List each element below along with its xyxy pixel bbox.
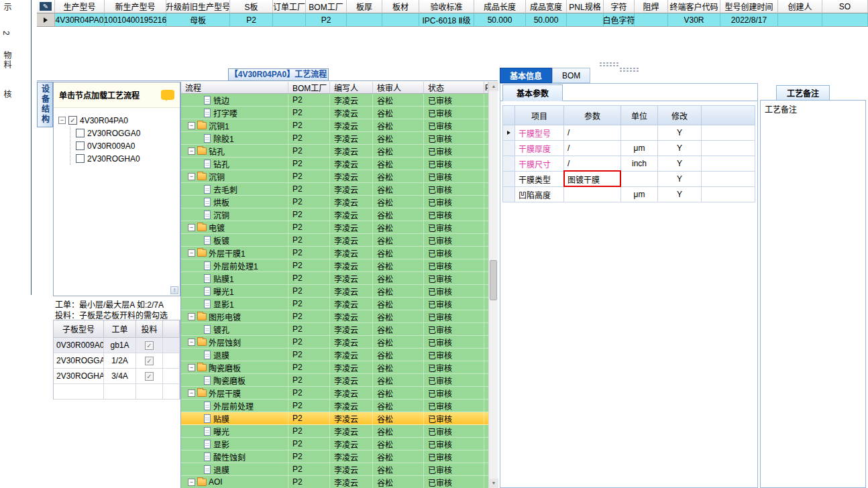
sidebar-tab-fragment[interactable]: 核	[1, 90, 13, 99]
column-header[interactable]: SO	[822, 0, 868, 13]
unit-cell[interactable]: inch	[621, 156, 658, 172]
resize-handle[interactable]: ↕	[170, 286, 178, 294]
process-row[interactable]: −外层干膜P2李凌云谷松已审核	[181, 387, 488, 400]
column-header[interactable]: 项目	[515, 105, 564, 125]
checkbox-icon[interactable]	[76, 154, 85, 163]
sidebar-tab-fragment[interactable]: 2	[1, 31, 11, 37]
column-header[interactable]: 成品宽度	[526, 0, 567, 13]
grid-cell[interactable]: IPC-6018 Ⅱ级	[419, 13, 474, 27]
grid-cell[interactable]: P2	[230, 13, 273, 27]
unit-cell[interactable]: μm	[621, 141, 658, 156]
splitter-grip[interactable]	[619, 67, 639, 72]
column-header[interactable]: 字符	[604, 0, 635, 13]
scroll-up-button[interactable]: ▲	[489, 82, 498, 91]
workorder-cell[interactable]: 3/4A	[104, 369, 136, 384]
tree-node[interactable]: 0V30R009A0	[76, 139, 177, 152]
grid-cell[interactable]: 母板	[166, 13, 230, 27]
param-value-cell[interactable]: /	[564, 141, 621, 156]
collapse-icon[interactable]: −	[58, 117, 66, 124]
tab-process-notes[interactable]: 工艺备注	[776, 85, 830, 101]
param-item-cell[interactable]: 干膜厚度	[515, 141, 564, 156]
process-row[interactable]: 曝光P2李凌云谷松已审核	[181, 425, 488, 438]
process-row[interactable]: −图形电镀P2李凌云谷松已审核	[181, 310, 488, 323]
column-header[interactable]: BOM工厂	[288, 82, 330, 93]
tab-basic-params[interactable]: 基本参数	[502, 84, 563, 101]
column-header[interactable]: 修改	[658, 105, 702, 125]
modify-cell[interactable]: Y	[658, 187, 702, 202]
process-row[interactable]: 外层前处理P2李凌云谷松已审核	[181, 400, 488, 412]
process-row[interactable]: 镀孔P2李凌云谷松已审核	[181, 323, 488, 336]
grid-cell[interactable]: V30R	[668, 13, 720, 27]
column-header[interactable]: 板厚	[347, 0, 382, 13]
checkbox-checked-icon[interactable]: ✓	[145, 372, 154, 381]
param-item-cell[interactable]: 凹陷高度	[515, 187, 564, 202]
collapse-icon[interactable]: −	[188, 147, 195, 155]
column-header[interactable]: 生产型号	[55, 0, 105, 13]
feed-cell[interactable]: ✓	[136, 338, 163, 353]
column-header[interactable]: 编写人	[330, 82, 373, 93]
grid-cell[interactable]	[635, 13, 668, 27]
subboard-model-cell[interactable]: 0V30R009A0	[54, 338, 104, 353]
column-header[interactable]: 验收标准	[419, 0, 474, 13]
process-row[interactable]: 去毛刺P2李凌云谷松已审核	[181, 183, 488, 196]
scrollbar-thumb[interactable]	[490, 260, 497, 300]
param-row[interactable]: 干膜尺寸/inchY	[502, 156, 755, 172]
workorder-cell[interactable]: gb1A	[104, 338, 136, 353]
tree-node[interactable]: 2V30ROGHA0	[76, 152, 177, 165]
grid-cell[interactable]: 白色字符	[604, 13, 635, 27]
column-header[interactable]: 投料	[136, 320, 163, 338]
modify-cell[interactable]: Y	[658, 156, 702, 172]
checkbox-checked-icon[interactable]: ✓	[68, 116, 77, 125]
param-value-cell[interactable]: /	[564, 125, 621, 141]
modify-cell[interactable]: Y	[658, 141, 702, 156]
process-row[interactable]: 烘板P2李凌云谷松已审核	[181, 196, 488, 208]
column-header[interactable]: 终端客户代码	[668, 0, 720, 13]
grid-cell[interactable]: 2022/8/17	[720, 13, 778, 27]
table-row[interactable]: 2V30ROGGA01/2A✓	[54, 353, 180, 369]
param-row[interactable]: 凹陷高度μmY	[502, 187, 755, 202]
process-row[interactable]: 除胶1P2李凌云谷松已审核	[181, 132, 488, 145]
process-row[interactable]: −AOIP2李凌云谷松已审核	[181, 476, 488, 488]
param-value-cell[interactable]: /	[564, 156, 621, 172]
param-value-cell[interactable]	[564, 187, 621, 202]
tree-node[interactable]: 2V30ROGGA0	[76, 127, 177, 139]
grid-cell[interactable]	[567, 13, 604, 27]
collapse-icon[interactable]: −	[188, 224, 195, 231]
column-header[interactable]: 工单	[104, 320, 136, 338]
process-row[interactable]: 酸性蚀刻P2李凌云谷松已审核	[181, 450, 488, 463]
sidebar-tab-fragment[interactable]: 示	[1, 3, 13, 12]
grid-cell[interactable]	[822, 13, 868, 27]
param-row[interactable]: 干膜厚度/μmY	[502, 141, 755, 156]
unit-cell[interactable]	[621, 125, 658, 141]
subboard-model-cell[interactable]: 2V30ROGGA0	[54, 353, 104, 369]
grid-cell[interactable]: 4V30R04PA0	[55, 13, 105, 27]
process-row[interactable]: 钻孔P2李凌云谷松已审核	[181, 158, 488, 170]
modify-cell[interactable]: Y	[658, 172, 702, 187]
checkbox-icon[interactable]	[76, 129, 85, 137]
grid-cell[interactable]	[273, 13, 306, 27]
tab-equipment-structure[interactable]: 设备结构	[37, 82, 53, 127]
unit-cell[interactable]: μm	[621, 187, 658, 202]
workorder-cell[interactable]: 1/2A	[104, 353, 136, 369]
process-row[interactable]: 陶瓷磨板P2李凌云谷松已审核	[181, 374, 488, 387]
param-value-cell[interactable]: 图镀干膜	[564, 172, 621, 187]
process-row[interactable]: −陶瓷磨板P2李凌云谷松已审核	[181, 361, 488, 374]
column-header[interactable]: S板	[230, 0, 273, 13]
grid-cell[interactable]: 50.000	[526, 13, 567, 27]
process-row[interactable]: −沉铜P2李凌云谷松已审核	[181, 170, 488, 183]
column-header[interactable]: PNL规格	[567, 0, 604, 13]
process-row[interactable]: 退膜P2李凌云谷松已审核	[181, 463, 488, 476]
tab-bom[interactable]: BOM	[552, 68, 590, 83]
collapse-icon[interactable]: −	[188, 313, 195, 320]
param-row[interactable]: 干膜型号/Y	[502, 125, 755, 141]
vertical-scrollbar[interactable]: ▲ ▼	[488, 82, 498, 488]
splitter-grip[interactable]	[599, 62, 619, 66]
column-header[interactable]: 参数	[564, 105, 621, 125]
sidebar-tab-fragment[interactable]: 物料	[1, 51, 13, 70]
unit-cell[interactable]	[621, 172, 658, 187]
param-item-cell[interactable]: 干膜尺寸	[515, 156, 564, 172]
column-header[interactable]: 核审人	[373, 82, 424, 93]
table-row[interactable]: 2V30ROGHA03/4A✓	[54, 369, 180, 384]
feed-cell[interactable]: ✓	[136, 369, 163, 384]
checkbox-checked-icon[interactable]: ✓	[145, 341, 154, 350]
